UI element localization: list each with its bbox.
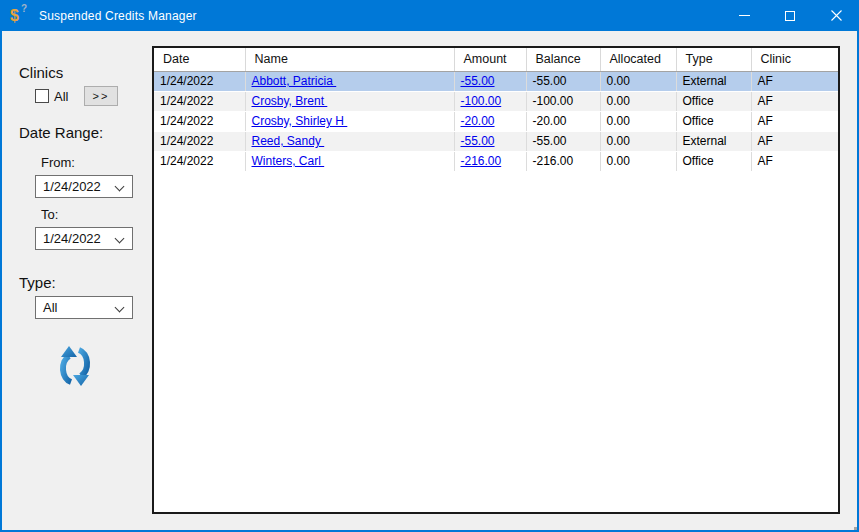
table-row[interactable]: 1/24/2022Crosby, Shirley H -20.00-20.000… xyxy=(154,111,838,131)
cell-allocated: 0.00 xyxy=(600,111,676,131)
minimize-icon xyxy=(739,15,750,16)
column-header-date[interactable]: Date xyxy=(154,48,245,71)
cell-allocated: 0.00 xyxy=(600,151,676,171)
cell-balance: -55.00 xyxy=(526,71,600,91)
cell-clinic: AF xyxy=(751,71,838,91)
type-value: All xyxy=(43,300,57,315)
table-row[interactable]: 1/24/2022Crosby, Brent -100.00-100.000.0… xyxy=(154,91,838,111)
cell-balance: -20.00 xyxy=(526,111,600,131)
column-header-name[interactable]: Name xyxy=(245,48,454,71)
minimize-button[interactable] xyxy=(721,0,767,31)
cell-allocated: 0.00 xyxy=(600,131,676,151)
patient-name-link[interactable]: Winters, Carl xyxy=(252,154,325,168)
refresh-button[interactable] xyxy=(55,345,95,389)
chevron-down-icon xyxy=(115,303,125,313)
cell-allocated: 0.00 xyxy=(600,71,676,91)
cell-amount: -20.00 xyxy=(454,111,526,131)
from-date-value: 1/24/2022 xyxy=(43,179,101,194)
patient-name-link[interactable]: Crosby, Shirley H xyxy=(252,114,348,128)
close-icon xyxy=(831,10,842,21)
cell-amount: -216.00 xyxy=(454,151,526,171)
titlebar: $? Suspended Credits Manager xyxy=(0,0,859,31)
patient-name-link[interactable]: Reed, Sandy xyxy=(252,134,325,148)
to-date-value: 1/24/2022 xyxy=(43,231,101,246)
table-row[interactable]: 1/24/2022Winters, Carl -216.00-216.000.0… xyxy=(154,151,838,171)
from-label: From: xyxy=(41,155,75,170)
refresh-arrows-icon xyxy=(56,345,94,387)
cell-date: 1/24/2022 xyxy=(154,111,245,131)
cell-amount: -55.00 xyxy=(454,71,526,91)
table-row[interactable]: 1/24/2022Abbott, Patricia -55.00-55.000.… xyxy=(154,71,838,91)
dollar-help-icon: $? xyxy=(10,7,30,25)
patient-name-link[interactable]: Crosby, Brent xyxy=(252,94,328,108)
all-clinics-checkbox[interactable] xyxy=(35,89,49,103)
table-body: 1/24/2022Abbott, Patricia -55.00-55.000.… xyxy=(154,71,838,171)
clinics-expand-button[interactable]: >> xyxy=(84,86,118,106)
column-header-clinic[interactable]: Clinic xyxy=(751,48,838,71)
cell-clinic: AF xyxy=(751,91,838,111)
resize-grip-icon[interactable] xyxy=(849,522,852,525)
cell-clinic: AF xyxy=(751,151,838,171)
maximize-button[interactable] xyxy=(767,0,813,31)
suspended-credits-grid: DateNameAmountBalanceAllocatedTypeClinic… xyxy=(152,46,840,514)
type-label: Type: xyxy=(19,274,56,291)
clinics-label: Clinics xyxy=(19,64,63,81)
cell-name: Reed, Sandy xyxy=(245,131,454,151)
table-row[interactable]: 1/24/2022Reed, Sandy -55.00-55.000.00Ext… xyxy=(154,131,838,151)
cell-allocated: 0.00 xyxy=(600,91,676,111)
cell-date: 1/24/2022 xyxy=(154,91,245,111)
cell-type: External xyxy=(676,131,751,151)
cell-type: Office xyxy=(676,111,751,131)
from-date-dropdown[interactable]: 1/24/2022 xyxy=(35,175,133,198)
credits-table: DateNameAmountBalanceAllocatedTypeClinic… xyxy=(154,48,838,172)
app-window: $? Suspended Credits Manager Clinics All… xyxy=(0,0,859,532)
type-dropdown[interactable]: All xyxy=(35,296,133,319)
patient-name-link[interactable]: Abbott, Patricia xyxy=(252,74,337,88)
chevron-down-icon xyxy=(115,182,125,192)
cell-date: 1/24/2022 xyxy=(154,131,245,151)
column-header-allocated[interactable]: Allocated xyxy=(600,48,676,71)
cell-balance: -216.00 xyxy=(526,151,600,171)
amount-link[interactable]: -216.00 xyxy=(461,154,502,168)
amount-link[interactable]: -55.00 xyxy=(461,74,495,88)
cell-balance: -55.00 xyxy=(526,131,600,151)
cell-amount: -55.00 xyxy=(454,131,526,151)
window-controls xyxy=(721,0,859,31)
column-header-amount[interactable]: Amount xyxy=(454,48,526,71)
cell-type: Office xyxy=(676,91,751,111)
cell-name: Winters, Carl xyxy=(245,151,454,171)
cell-date: 1/24/2022 xyxy=(154,151,245,171)
cell-balance: -100.00 xyxy=(526,91,600,111)
close-button[interactable] xyxy=(813,0,859,31)
cell-date: 1/24/2022 xyxy=(154,71,245,91)
chevron-down-icon xyxy=(115,234,125,244)
window-title: Suspended Credits Manager xyxy=(39,9,197,23)
cell-type: Office xyxy=(676,151,751,171)
amount-link[interactable]: -55.00 xyxy=(461,134,495,148)
to-date-dropdown[interactable]: 1/24/2022 xyxy=(35,227,133,250)
maximize-icon xyxy=(785,11,795,21)
cell-type: External xyxy=(676,71,751,91)
cell-clinic: AF xyxy=(751,131,838,151)
cell-name: Crosby, Brent xyxy=(245,91,454,111)
all-checkbox-label: All xyxy=(54,89,68,104)
amount-link[interactable]: -100.00 xyxy=(461,94,502,108)
cell-name: Abbott, Patricia xyxy=(245,71,454,91)
to-label: To: xyxy=(41,207,58,222)
cell-clinic: AF xyxy=(751,111,838,131)
amount-link[interactable]: -20.00 xyxy=(461,114,495,128)
cell-name: Crosby, Shirley H xyxy=(245,111,454,131)
cell-amount: -100.00 xyxy=(454,91,526,111)
column-header-balance[interactable]: Balance xyxy=(526,48,600,71)
date-range-label: Date Range: xyxy=(19,124,103,141)
column-header-type[interactable]: Type xyxy=(676,48,751,71)
table-header-row: DateNameAmountBalanceAllocatedTypeClinic xyxy=(154,48,838,71)
